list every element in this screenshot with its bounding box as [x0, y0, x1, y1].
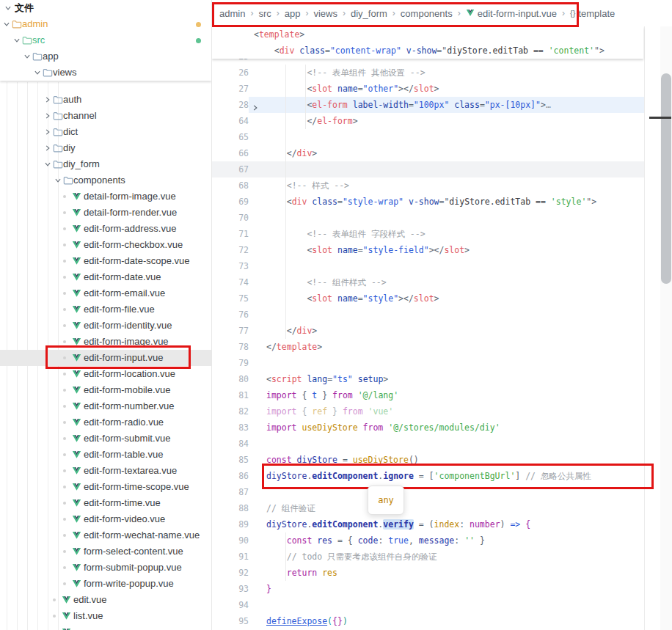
- code-line[interactable]: 88// 组件验证: [212, 500, 644, 516]
- tree-item-edit-form-textarea.vue[interactable]: edit-form-textarea.vue: [0, 463, 211, 479]
- sticky-scroll-lines[interactable]: <template> <div class="content-wrap" v-s…: [212, 26, 643, 59]
- code-line-text: <!-- 组件样式 -->: [266, 274, 387, 290]
- code-line[interactable]: 72 <slot name="style-field"></slot>: [212, 242, 644, 258]
- code-line[interactable]: 89diyStore.editComponent.verify = (index…: [212, 516, 644, 532]
- tree-item-form-select-content.vue[interactable]: form-select-content.vue: [0, 543, 211, 560]
- code-line[interactable]: 79: [212, 355, 644, 371]
- tree-item-dict[interactable]: dict: [0, 124, 211, 140]
- code-line[interactable]: 28 <el-form label-width="100px" class="p…: [212, 97, 644, 113]
- tree-item-auth[interactable]: auth: [0, 92, 211, 108]
- fold-chevron-right-icon[interactable]: [252, 101, 259, 113]
- minimap[interactable]: [644, 0, 661, 630]
- code-line[interactable]: 82import { ref } from 'vue': [212, 403, 644, 420]
- line-number: 91: [212, 549, 249, 565]
- line-number: 83: [212, 420, 249, 436]
- tree-item-views[interactable]: views: [0, 65, 211, 81]
- tree-item-edit-form-checkbox.vue[interactable]: edit-form-checkbox.vue: [0, 237, 211, 253]
- code-line[interactable]: 83import useDiyStore from '@/stores/modu…: [212, 420, 644, 436]
- code-line[interactable]: 69 <div class="style-wrap" v-show="diySt…: [212, 194, 644, 210]
- tree-item-label: edit-form-date-scope.vue: [84, 253, 190, 269]
- code-line[interactable]: 77 </div>: [212, 323, 644, 339]
- line-number: 73: [212, 258, 249, 274]
- code-line[interactable]: 68 <!-- 样式 -->: [212, 177, 644, 194]
- code-line[interactable]: 27 <slot name="other"></slot>: [212, 81, 644, 97]
- tree-item-detail-form-render.vue[interactable]: detail-form-render.vue: [0, 205, 211, 221]
- code-line[interactable]: 84: [212, 436, 644, 452]
- tree-item-edit-form-time-scope.vue[interactable]: edit-form-time-scope.vue: [0, 479, 211, 495]
- tree-item-edit-form-date.vue[interactable]: edit-form-date.vue: [0, 269, 211, 285]
- tree-item-edit-form-file.vue[interactable]: edit-form-file.vue: [0, 301, 211, 318]
- tree-item-edit-form-identity.vue[interactable]: edit-form-identity.vue: [0, 318, 211, 334]
- tree-item-edit.vue[interactable]: edit.vue: [0, 592, 211, 608]
- tree-item-form-write-popup.vue[interactable]: form-write-popup.vue: [0, 576, 211, 592]
- tree-item-form-submit-popup.vue[interactable]: form-submit-popup.vue: [0, 560, 211, 576]
- folder-icon: [43, 67, 53, 78]
- code-line-text: </template>: [266, 339, 322, 355]
- code-line[interactable]: 92 return res: [212, 565, 644, 581]
- code-line[interactable]: 64 </el-form>: [212, 113, 644, 129]
- tree-item-edit-form-radio.vue[interactable]: edit-form-radio.vue: [0, 414, 211, 431]
- folder-icon: [12, 19, 22, 29]
- vue-file-icon: [72, 579, 82, 589]
- vertical-scrollbar[interactable]: [660, 0, 672, 630]
- tree-item-admin[interactable]: admin: [0, 16, 211, 32]
- tree-item-edit-form-address.vue[interactable]: edit-form-address.vue: [0, 221, 211, 237]
- tree-item-edit-form-time.vue[interactable]: edit-form-time.vue: [0, 495, 211, 511]
- code-line[interactable]: 74 <!-- 组件样式 -->: [212, 274, 644, 290]
- tree-item-edit-form-wechat-name.vue[interactable]: edit-form-wechat-name.vue: [0, 527, 211, 543]
- tree-item-detail-form-image.vue[interactable]: detail-form-image.vue: [0, 188, 211, 205]
- tree-item-edit-form-date-scope.vue[interactable]: edit-form-date-scope.vue: [0, 253, 211, 269]
- code-line[interactable]: 75 <slot name="style"></slot>: [212, 290, 644, 307]
- code-line[interactable]: 81import { t } from '@/lang': [212, 387, 644, 403]
- breadcrumb-item-template[interactable]: template: [578, 8, 615, 19]
- tree-item-label: detail-form-render.vue: [84, 205, 177, 221]
- code-line[interactable]: 90 const res = { code: true, message: ''…: [212, 532, 644, 549]
- tree-item-edit-form-mobile.vue[interactable]: edit-form-mobile.vue: [0, 382, 211, 398]
- chevron-down-icon: [4, 4, 12, 12]
- code-line-text: <slot name="other"></slot>: [266, 81, 439, 97]
- sticky-code-line[interactable]: <template>: [254, 26, 304, 43]
- code-line[interactable]: 65: [212, 129, 644, 145]
- code-line-bg: [212, 161, 644, 177]
- code-line-text: import { ref } from 'vue': [266, 403, 393, 420]
- code-line-text: // 组件验证: [266, 500, 315, 516]
- line-number: 88: [212, 500, 249, 516]
- tree-item-app[interactable]: app: [0, 48, 211, 65]
- tree-item-diy[interactable]: diy: [0, 140, 211, 156]
- tree-item-list.vue[interactable]: list.vue: [0, 608, 211, 624]
- tree-item-edit-form-video.vue[interactable]: edit-form-video.vue: [0, 511, 211, 527]
- code-line-text: <!-- 表单组件 字段样式 -->: [266, 226, 426, 242]
- vue-file-icon: [72, 563, 82, 573]
- tree-item-edit-form-table.vue[interactable]: edit-form-table.vue: [0, 447, 211, 463]
- code-line[interactable]: 95defineExpose({}): [212, 613, 644, 629]
- tree-item-diy_form[interactable]: diy_form: [0, 156, 211, 172]
- code-line-text: <!-- 样式 -->: [266, 177, 349, 194]
- tree-item-edit-form-submit.vue[interactable]: edit-form-submit.vue: [0, 431, 211, 447]
- code-line[interactable]: 73: [212, 258, 644, 274]
- code-line[interactable]: 71 <!-- 表单组件 字段样式 -->: [212, 226, 644, 242]
- file-modified-dot: [63, 437, 66, 440]
- code-line[interactable]: 66 </div>: [212, 145, 644, 161]
- code-line[interactable]: 93}: [212, 581, 644, 597]
- code-line[interactable]: 94: [212, 597, 644, 613]
- code-line[interactable]: 70: [212, 210, 644, 226]
- code-line[interactable]: 80<script lang="ts" setup>: [212, 371, 644, 387]
- tree-item-edit-form-email.vue[interactable]: edit-form-email.vue: [0, 285, 211, 301]
- tree-item-edit-form-number.vue[interactable]: edit-form-number.vue: [0, 398, 211, 414]
- code-line[interactable]: 91 // todo 只需要考虑该组件自身的验证: [212, 549, 644, 565]
- code-line[interactable]: 26 <!-- 表单组件 其他设置 -->: [212, 65, 644, 81]
- tree-item-clipped[interactable]: [0, 624, 211, 630]
- code-line[interactable]: 67: [212, 161, 644, 177]
- sticky-code-line[interactable]: <div class="content-wrap" v-show="diySto…: [254, 43, 605, 59]
- code-line[interactable]: 76: [212, 307, 644, 323]
- tree-item-components[interactable]: components: [0, 172, 211, 188]
- folder-icon: [22, 35, 32, 45]
- scrollbar-thumb[interactable]: [661, 73, 671, 284]
- vue-file-icon: [72, 401, 82, 411]
- tree-item-src[interactable]: src: [0, 32, 211, 48]
- explorer-section-header[interactable]: 文件: [0, 0, 211, 16]
- tree-item-channel[interactable]: channel: [0, 108, 211, 124]
- file-modified-dot: [63, 405, 66, 408]
- code-line[interactable]: 78</template>: [212, 339, 644, 355]
- code-editor[interactable]: 2526 <!-- 表单组件 其他设置 -->27 <slot name="ot…: [212, 0, 672, 630]
